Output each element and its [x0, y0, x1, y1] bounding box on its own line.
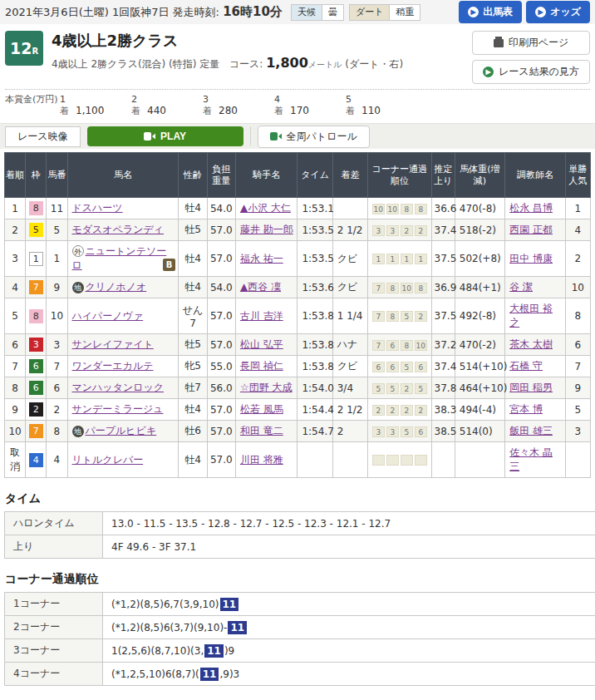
col-header-time: タイム	[298, 153, 332, 198]
corner-positions: 1111	[368, 241, 432, 277]
rank-suffix: 着	[203, 105, 212, 117]
print-page-button[interactable]: 印刷用ページ	[472, 31, 590, 55]
horse-number: 11	[47, 198, 67, 219]
horse-name-link[interactable]: サンレイファイト	[72, 338, 154, 350]
corner-positions: 6656	[368, 356, 432, 377]
jockey-link[interactable]: 福永 祐一	[240, 253, 283, 264]
corner-table: 1コーナー (*1,2)(8,5)6,7(3,9,10)11 2コーナー (*1…	[4, 592, 595, 686]
horse-name-link[interactable]: ニュートンテソーロ	[72, 245, 167, 271]
frame-number: 6	[29, 359, 43, 373]
body-weight: 494(-4)	[455, 399, 504, 421]
print-button-label: 印刷用ページ	[509, 36, 569, 50]
corner-pass: 1	[415, 254, 427, 264]
time: 1:53.8	[298, 298, 332, 334]
prize-rank: 4	[274, 94, 346, 105]
jockey-link[interactable]: 和田 竜二	[240, 425, 283, 436]
jockey-link[interactable]: ▲西谷 凜	[240, 281, 281, 293]
trainer-link[interactable]: 谷 潔	[509, 281, 533, 293]
horse-name-link[interactable]: リトルクレバー	[72, 454, 144, 466]
horse-number: 9	[47, 277, 67, 298]
sex-age: 牝5	[179, 356, 207, 377]
horse-name-link[interactable]: マンハッタンロック	[72, 382, 165, 393]
win-popularity: 7	[565, 356, 590, 377]
rank-suffix: 着	[346, 105, 355, 117]
trainer-link[interactable]: 岡田 稲男	[509, 382, 553, 393]
odds-button[interactable]: ▶ オッズ	[526, 1, 590, 23]
load-weight: 54.0	[207, 277, 235, 298]
entries-button[interactable]: ▶ 出馬表	[459, 1, 522, 23]
margin: 2 1/2	[332, 219, 367, 241]
horse-name-link[interactable]: パープルヒビキ	[86, 425, 157, 436]
horse-name-link[interactable]: クリノホノオ	[86, 281, 147, 293]
horse-name-link[interactable]: ドスハーツ	[72, 202, 123, 214]
estimated-agari	[431, 442, 455, 478]
rank-suffix: 着	[274, 105, 283, 117]
jockey-link[interactable]: 古川 吉洋	[240, 310, 283, 322]
corner-pass: 6	[415, 362, 427, 372]
trainer-link[interactable]: 佐々木 晶三	[509, 446, 553, 472]
trainer-link[interactable]: 石橋 守	[509, 360, 543, 372]
margin: 2	[332, 421, 367, 442]
race-number-suffix: R	[32, 47, 38, 56]
result-row-cancelled: 取消 4 4 リトルクレバー 牡4 57.0 川田 将雅 佐々木 晶三	[5, 442, 591, 478]
corner-pass: 10	[386, 204, 399, 214]
corner-pass: 7	[372, 311, 385, 322]
corner-positions: 101088	[368, 198, 432, 219]
trainer-link[interactable]: 宮本 博	[509, 403, 543, 415]
time: 1:54.4	[298, 399, 332, 421]
frame-number: 7	[29, 280, 43, 294]
prize-item-3: 3 着280	[203, 94, 274, 117]
horse-name-link[interactable]: ワンダーエカルテ	[72, 360, 154, 372]
trainer-cell: 飯田 雄三	[505, 421, 566, 442]
finish-position: 6	[5, 334, 26, 356]
track-value: 稍重	[390, 5, 420, 20]
results-header-row: 着順 枠 馬番 馬名 性齢 負担重量 騎手名 タイム 着差 コーナー通過順位 推…	[5, 153, 591, 198]
body-weight: 464(+10)	[455, 377, 504, 399]
corner-pass	[401, 455, 413, 466]
corner-order: 1(2,5,6)(8,7,10)(3,11)9	[103, 639, 595, 663]
horse-name-link[interactable]: ハイパーノヴァ	[72, 310, 144, 322]
jockey-link[interactable]: 藤井 勘一郎	[240, 224, 293, 235]
top-buttons: ▶ 出馬表 ▶ オッズ	[459, 1, 590, 23]
video-bar: レース映像 PLAY 全周パトロール	[0, 123, 595, 149]
highlighted-horse-number: 11	[200, 668, 219, 681]
jockey-link[interactable]: 松山 弘平	[240, 338, 283, 350]
jockey-link[interactable]: ▲小沢 大仁	[240, 202, 291, 214]
trainer-link[interactable]: 茶木 太樹	[509, 338, 553, 350]
corner-pass: 10	[401, 283, 413, 293]
play-video-button[interactable]: PLAY	[87, 126, 243, 146]
corner-pass: 5	[401, 362, 413, 372]
sex-age: せん7	[179, 298, 207, 334]
results-guide-button[interactable]: ▶ レース結果の見方	[472, 60, 590, 84]
weather-tag: 天候 曇	[291, 4, 344, 21]
jockey-link[interactable]: 長岡 禎仁	[240, 360, 283, 372]
horse-name-cell: ワンダーエカルテ	[67, 356, 179, 377]
race-conditions: 4歳以上 2勝クラス(混合) (特指) 定量 コース: 1,800メートル (ダ…	[52, 55, 472, 71]
margin: 1 1/4	[332, 298, 367, 334]
frame-number: 1	[29, 252, 43, 266]
load-weight: 57.0	[207, 219, 235, 241]
jockey-link[interactable]: 松若 風馬	[240, 403, 283, 415]
jockey-link[interactable]: ☆団野 大成	[240, 382, 293, 393]
race-number-badge: 12R	[5, 31, 43, 66]
horse-name-link[interactable]: サンデーミラージュ	[72, 403, 164, 415]
corner-pass: 8	[386, 311, 399, 322]
estimated-agari: 36.6	[431, 198, 455, 219]
trainer-link[interactable]: 飯田 雄三	[509, 425, 553, 436]
jockey-link[interactable]: 川田 将雅	[240, 454, 283, 466]
trainer-link[interactable]: 大根田 裕之	[509, 303, 553, 328]
finish-position: 1	[5, 198, 26, 219]
trainer-cell: 大根田 裕之	[505, 298, 566, 334]
corner-order-pre: (*1,2)(8,5)6,7(3,9,10)	[111, 599, 219, 610]
result-row-7: 7 6 7 ワンダーエカルテ 牝5 55.0 長岡 禎仁 1:53.8 クビ 6…	[5, 356, 591, 377]
corner-pass: 6	[386, 362, 399, 372]
highlighted-horse-number: 11	[220, 598, 239, 611]
trainer-link[interactable]: 西園 正都	[509, 224, 553, 235]
prize-money-bar: 本賞金(万円) 1 着1,100 2 着440 3 着280 4 着170 5 …	[5, 89, 590, 123]
patrol-video-button[interactable]: 全周パトロール	[258, 126, 370, 148]
trainer-link[interactable]: 田中 博康	[509, 253, 553, 264]
trainer-link[interactable]: 松永 昌博	[509, 202, 553, 214]
horse-name-link[interactable]: モダスオペランディ	[72, 224, 165, 235]
blinker-badge: B	[163, 259, 176, 271]
margin	[332, 442, 367, 478]
